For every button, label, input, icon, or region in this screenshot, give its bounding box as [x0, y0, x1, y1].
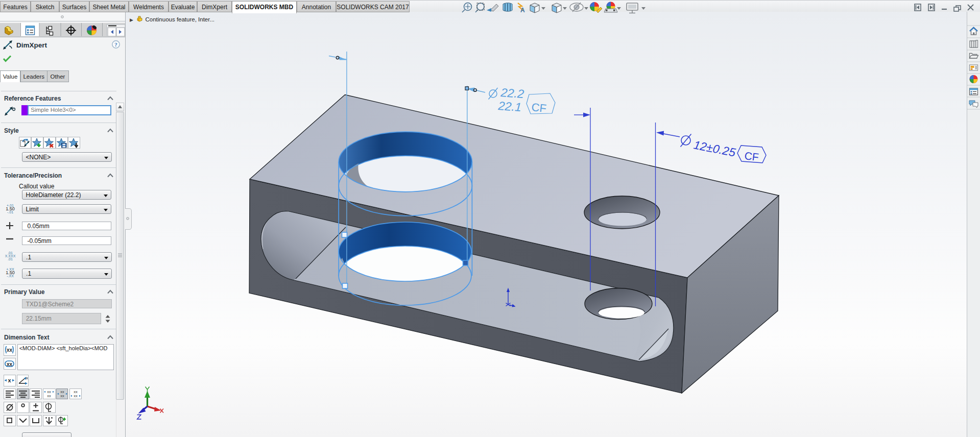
svg-text:xx: xx: [60, 394, 64, 398]
svg-text:xx: xx: [74, 394, 78, 398]
svg-text:x: x: [26, 376, 28, 380]
svg-text:x: x: [8, 377, 12, 383]
svg-text:CF: CF: [744, 150, 760, 163]
svg-text:CF: CF: [531, 101, 547, 115]
svg-text:?: ?: [114, 41, 117, 47]
svg-text:xx: xx: [47, 394, 51, 398]
svg-text:xx: xx: [7, 361, 13, 367]
svg-text:xx: xx: [7, 347, 13, 353]
svg-text:A: A: [520, 7, 525, 14]
svg-text:22.2: 22.2: [500, 86, 524, 101]
svg-text:22.1: 22.1: [497, 99, 522, 114]
